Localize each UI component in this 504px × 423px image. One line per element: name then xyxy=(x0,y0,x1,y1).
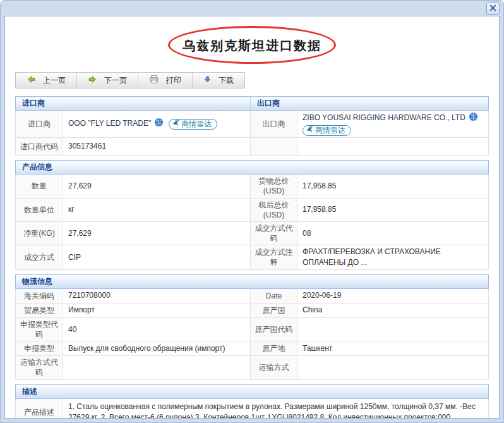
field-label: 原产地 xyxy=(251,341,297,356)
field-value: 27,629 xyxy=(63,175,251,198)
next-page-button[interactable]: 下一页 xyxy=(77,73,138,88)
field-label: 原产国 xyxy=(251,303,297,317)
import-data-window: 乌兹别克斯坦进口数据 上一页 下一页 打印 xyxy=(0,0,504,423)
download-button[interactable]: 下载 xyxy=(193,73,244,88)
table-row: 申报类型 Выпуск для свободного обращения (им… xyxy=(16,341,489,356)
table-row: 数量单位 кг 税后总价(USD) 17,958.85 xyxy=(16,198,489,221)
title-area: 乌兹别克斯坦进口数据 xyxy=(15,16,489,72)
empty-label-cell xyxy=(251,138,297,156)
table-row: 净重(KG) 27,629 成交方式代码 08 xyxy=(16,221,489,245)
field-value: кг xyxy=(63,198,251,221)
printer-icon xyxy=(149,75,159,86)
table-row: 申报类型代码 40 原产国代码 xyxy=(16,317,489,341)
exporter-section-header: 出口商 xyxy=(251,97,489,111)
importer-code: 305173461 xyxy=(63,138,251,156)
table-row: 成交方式 CIP 成交方式注释 ФРАХТ/ПЕРЕВОЗКА И СТРАХО… xyxy=(16,245,489,270)
field-label: 运输方式 xyxy=(251,356,297,379)
arrow-left-icon xyxy=(27,75,36,86)
field-label: Date xyxy=(251,288,297,303)
exporter-name: ZIBO YOUSAI RIGGING HARDWARE CO., LTD xyxy=(303,113,465,122)
download-label: 下载 xyxy=(219,75,234,86)
field-label: 数量单位 xyxy=(16,198,63,221)
print-label: 打印 xyxy=(166,75,181,86)
empty-value-cell xyxy=(297,138,489,156)
field-label: 海关编码 xyxy=(16,288,63,303)
exporter-name-cell: ZIBO YOUSAI RIGGING HARDWARE CO., LTD 商情… xyxy=(297,111,489,138)
field-value: 2020-06-19 xyxy=(297,288,489,303)
section-header-row: 描述 xyxy=(16,384,489,398)
field-value: CIP xyxy=(63,245,251,270)
radar-badge-label: 商情雷达 xyxy=(181,119,212,130)
importer-name: OOO "FLY LED TRADE" xyxy=(68,119,151,128)
print-button[interactable]: 打印 xyxy=(138,73,193,88)
arrow-down-icon xyxy=(203,75,212,85)
window-titlebar xyxy=(1,1,503,16)
business-radar-badge[interactable]: 商情雷达 xyxy=(169,119,217,130)
field-label: 货物总价(USD) xyxy=(251,175,297,198)
table-row: 数量 27,629 货物总价(USD) 17,958.85 xyxy=(16,175,489,198)
field-value: 7210708000 xyxy=(63,288,251,303)
field-value xyxy=(297,356,489,379)
field-label: 净重(KG) xyxy=(16,221,63,245)
radar-badge-label: 商情雷达 xyxy=(315,125,345,136)
logistics-section-header: 物流信息 xyxy=(16,274,489,288)
table-row: 海关编码 7210708000 Date 2020-06-19 xyxy=(16,288,489,303)
product-section-header: 产品信息 xyxy=(16,161,489,175)
logistics-info-table: 物流信息 海关编码 7210708000 Date 2020-06-19 贸易类… xyxy=(15,274,489,380)
table-row: 进口商 OOO "FLY LED TRADE"商情雷达 出口商 ZIBO YOU… xyxy=(16,111,489,138)
field-value: 27,629 xyxy=(63,221,251,245)
table-row: 产品描述 1. Сталь оцинкованная с полимерным … xyxy=(16,398,489,419)
field-value: ФРАХТ/ПЕРЕВОЗКА И СТРАХОВАНИЕ ОПЛАЧЕНЫ Д… xyxy=(297,245,489,270)
field-value: 40 xyxy=(63,317,251,341)
field-label: 运输方式代码 xyxy=(16,356,63,379)
importer-name-cell: OOO "FLY LED TRADE"商情雷达 xyxy=(63,111,251,138)
field-label: 数量 xyxy=(16,175,63,198)
window-body: 乌兹别克斯坦进口数据 上一页 下一页 打印 xyxy=(4,16,500,419)
section-header-row: 物流信息 xyxy=(16,274,489,288)
description-table: 描述 产品描述 1. Сталь оцинкованная с полимерн… xyxy=(15,384,489,419)
prev-page-button[interactable]: 上一页 xyxy=(16,73,77,88)
importer-section-header: 进口商 xyxy=(16,97,251,111)
field-value xyxy=(63,356,251,379)
field-label: 产品描述 xyxy=(16,398,63,419)
page-title: 乌兹别克斯坦进口数据 xyxy=(15,37,489,54)
field-value: Выпуск для свободного обращения (импорт) xyxy=(63,341,251,356)
field-label: 进口商 xyxy=(16,111,63,138)
prev-page-label: 上一页 xyxy=(43,75,66,86)
field-value: Импорт xyxy=(63,303,251,317)
arrow-right-icon xyxy=(88,75,97,86)
business-radar-badge[interactable]: 商情雷达 xyxy=(303,125,351,136)
table-row: 运输方式代码 运输方式 xyxy=(16,356,489,379)
section-header-row: 进口商 出口商 xyxy=(16,97,489,111)
field-value xyxy=(297,317,489,341)
satellite-dish-icon xyxy=(306,125,313,136)
field-label: 申报类型 xyxy=(16,341,63,356)
section-header-row: 产品信息 xyxy=(16,161,489,175)
field-label: 申报类型代码 xyxy=(16,317,63,341)
satellite-dish-icon xyxy=(172,119,179,130)
field-label: 成交方式代码 xyxy=(251,221,297,245)
field-label: 成交方式 xyxy=(16,245,63,270)
field-label: 贸易类型 xyxy=(16,303,63,317)
exporter-name-line: ZIBO YOUSAI RIGGING HARDWARE CO., LTD xyxy=(303,112,483,125)
product-description: 1. Сталь оцинкованная с полимерным покры… xyxy=(63,398,489,419)
importer-exporter-table: 进口商 出口商 进口商 OOO "FLY LED TRADE"商情雷达 出口商 … xyxy=(15,96,489,156)
field-value: Ташкент xyxy=(297,341,489,356)
field-label: 原产国代码 xyxy=(251,317,297,341)
field-value: 08 xyxy=(297,221,489,245)
table-row: 进口商代码 305173461 xyxy=(16,138,489,156)
exporter-badge-line: 商情雷达 xyxy=(303,125,483,136)
field-label: 出口商 xyxy=(251,111,297,138)
field-value: China xyxy=(297,303,489,317)
toolbar: 上一页 下一页 打印 下载 xyxy=(15,72,245,89)
field-label: 税后总价(USD) xyxy=(251,198,297,221)
globe-icon[interactable] xyxy=(469,114,478,123)
field-label: 成交方式注释 xyxy=(251,245,297,270)
field-value: 17,958.85 xyxy=(297,175,489,198)
product-info-table: 产品信息 数量 27,629 货物总价(USD) 17,958.85 数量单位 … xyxy=(15,160,489,270)
field-value: 17,958.85 xyxy=(297,198,489,221)
description-section-header: 描述 xyxy=(16,384,489,398)
close-icon xyxy=(489,4,496,13)
globe-icon[interactable] xyxy=(154,120,164,129)
close-button[interactable] xyxy=(486,3,500,15)
